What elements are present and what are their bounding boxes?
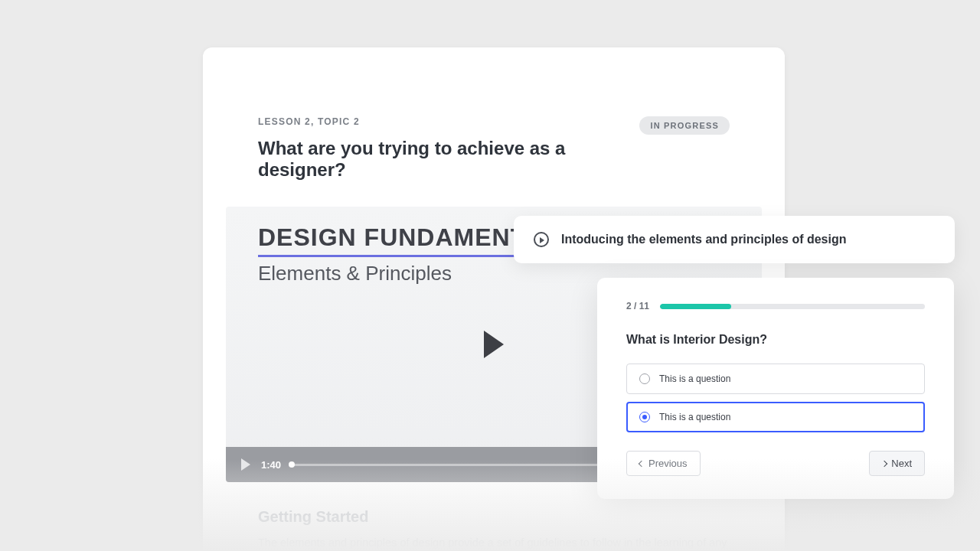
- quiz-question: What is Interior Design?: [626, 333, 925, 347]
- quiz-progress-row: 2 / 11: [626, 301, 925, 311]
- status-badge: IN PROGRESS: [639, 116, 730, 135]
- quiz-panel: 2 / 11 What is Interior Design? This is …: [597, 278, 954, 499]
- video-timestamp: 1:40: [261, 459, 281, 471]
- play-icon[interactable]: [484, 331, 504, 358]
- quiz-progress-bar: [660, 304, 925, 309]
- next-button-label: Next: [891, 458, 912, 469]
- video-overlay-sub: Elements & Principles: [258, 262, 576, 285]
- play-button[interactable]: [241, 458, 250, 471]
- lesson-header: LESSON 2, TOPIC 2 What are you trying to…: [203, 47, 785, 181]
- quiz-option[interactable]: This is a question: [626, 364, 925, 394]
- article-heading: Getting Started: [258, 508, 730, 526]
- article-paragraph: The elements and principles of design pr…: [258, 533, 730, 551]
- chevron-left-icon: [639, 460, 645, 466]
- lesson-title: What are you trying to achieve as a desi…: [258, 138, 639, 181]
- quiz-nav: Previous Next: [626, 451, 925, 476]
- previous-button-label: Previous: [648, 458, 688, 469]
- lesson-chip-label: Intoducing the elements and principles o…: [561, 233, 846, 246]
- previous-button[interactable]: Previous: [626, 451, 701, 476]
- quiz-option-label: This is a question: [659, 412, 730, 422]
- quiz-option-label: This is a question: [659, 373, 730, 384]
- quiz-option[interactable]: This is a question: [626, 402, 925, 432]
- breadcrumb: LESSON 2, TOPIC 2: [258, 116, 639, 127]
- quiz-counter: 2 / 11: [626, 301, 649, 311]
- lesson-chip[interactable]: Intoducing the elements and principles o…: [514, 216, 955, 263]
- next-button[interactable]: Next: [869, 451, 925, 476]
- quiz-options: This is a question This is a question: [626, 364, 925, 432]
- radio-icon: [639, 373, 650, 384]
- lesson-meta: LESSON 2, TOPIC 2 What are you trying to…: [258, 116, 639, 181]
- play-circle-icon: [534, 232, 549, 247]
- chevron-right-icon: [881, 460, 887, 466]
- quiz-progress-fill: [660, 304, 731, 309]
- seek-handle[interactable]: [289, 461, 295, 468]
- radio-icon: [639, 412, 650, 422]
